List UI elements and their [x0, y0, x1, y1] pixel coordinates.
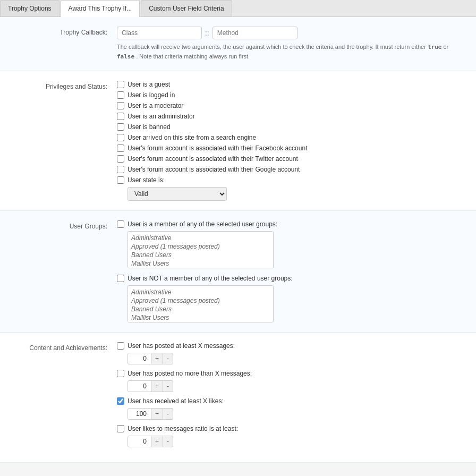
privileges-section: Privileges and Status: User is a guest U… [0, 71, 476, 211]
min-messages-plus-button[interactable]: + [151, 353, 163, 364]
priv-google-row: User's forum account is associated with … [117, 166, 465, 173]
list-item: Maillist Users [130, 313, 271, 322]
min-likes-label: User has received at least X likes: [128, 397, 224, 405]
priv-guest-label: User is a guest [128, 81, 170, 88]
member-group-listbox[interactable]: Administrative Approved (1 messages post… [128, 231, 274, 268]
max-messages-value: 0 [128, 380, 151, 392]
priv-twitter-label: User's forum account is associated with … [128, 155, 298, 163]
tab-bar: Trophy Options Award This Trophy If... C… [0, 0, 476, 17]
list-item: Banned Users [130, 305, 271, 313]
min-likes-value: 100 [128, 408, 151, 420]
max-messages-label: User has posted no more than X messages: [128, 370, 252, 377]
min-likes-checkbox[interactable] [117, 397, 124, 405]
not-member-group-listbox[interactable]: Administrative Approved (1 messages post… [128, 285, 274, 322]
achievements-section: Content and Achievements: User has poste… [0, 333, 476, 463]
likes-ratio-plus-button[interactable]: + [151, 436, 163, 447]
priv-facebook-row: User's forum account is associated with … [117, 144, 465, 152]
min-likes-spinner: 100 + - [128, 408, 465, 420]
priv-banned-row: User is banned [117, 123, 465, 131]
state-select-wrapper: ValidPending Email ConfirmationPending A… [128, 187, 465, 201]
priv-state-row: User state is: [117, 176, 465, 184]
min-messages-checkbox[interactable] [117, 342, 124, 350]
main-content: Trophy Callback: :: The callback will re… [0, 17, 476, 463]
priv-guest-row: User is a guest [117, 81, 465, 88]
list-item: Administrative [130, 288, 271, 296]
min-messages-minus-button[interactable]: - [163, 353, 173, 364]
privileges-label: Privileges and Status: [11, 81, 117, 90]
list-item: Banned Users [130, 251, 271, 259]
likes-ratio-value: 0 [128, 436, 151, 447]
callback-method-input[interactable] [212, 27, 298, 39]
achievements-content: User has posted at least X messages: 0 +… [117, 342, 465, 453]
priv-banned-label: User is banned [128, 123, 171, 131]
min-likes-row: User has received at least X likes: [117, 397, 465, 405]
priv-search-label: User arrived on this site from a search … [128, 134, 256, 141]
priv-loggedin-row: User is logged in [117, 91, 465, 99]
priv-admin-label: User is an administrator [128, 113, 195, 120]
user-groups-label: User Groups: [11, 220, 117, 230]
user-groups-section: User Groups: User is a member of any of … [0, 211, 476, 333]
member-group-row: User is a member of any of the selected … [117, 220, 465, 228]
priv-moderator-checkbox[interactable] [117, 102, 124, 109]
priv-admin-row: User is an administrator [117, 113, 465, 120]
callback-note: The callback will receive two arguments,… [117, 42, 465, 61]
priv-moderator-label: User is a moderator [128, 102, 183, 109]
max-messages-minus-button[interactable]: - [163, 380, 173, 392]
member-group-checkbox[interactable] [117, 220, 124, 228]
min-likes-plus-button[interactable]: + [151, 408, 163, 420]
min-messages-value: 0 [128, 353, 151, 364]
priv-twitter-row: User's forum account is associated with … [117, 155, 465, 163]
min-likes-minus-button[interactable]: - [163, 408, 173, 420]
min-messages-label: User has posted at least X messages: [128, 342, 235, 350]
list-item: Administrative [130, 234, 271, 242]
priv-guest-checkbox[interactable] [117, 81, 124, 88]
likes-ratio-label: User likes to messages ratio is at least… [128, 425, 238, 432]
list-item: Approved (1 messages posted) [130, 242, 271, 251]
priv-state-label: User state is: [128, 176, 165, 184]
priv-admin-checkbox[interactable] [117, 113, 124, 120]
priv-loggedin-label: User is logged in [128, 91, 175, 99]
member-group-label: User is a member of any of the selected … [128, 220, 277, 228]
priv-facebook-checkbox[interactable] [117, 144, 124, 152]
trophy-callback-section: Trophy Callback: :: The callback will re… [0, 17, 476, 71]
user-groups-content: User is a member of any of the selected … [117, 220, 465, 322]
list-item: Approved (1 messages posted) [130, 296, 271, 305]
priv-moderator-row: User is a moderator [117, 102, 465, 109]
not-member-group-checkbox[interactable] [117, 275, 124, 282]
priv-twitter-checkbox[interactable] [117, 155, 124, 163]
tab-custom-user-field[interactable]: Custom User Field Criteria [141, 0, 232, 16]
callback-inputs-row: :: [117, 27, 465, 39]
likes-ratio-minus-button[interactable]: - [163, 436, 173, 447]
callback-separator: :: [205, 29, 209, 37]
tab-award-trophy[interactable]: Award This Trophy If... [61, 0, 140, 17]
max-messages-plus-button[interactable]: + [151, 380, 163, 392]
not-member-group-label: User is NOT a member of any of the selec… [128, 275, 293, 282]
likes-ratio-row: User likes to messages ratio is at least… [117, 425, 465, 432]
min-messages-row: User has posted at least X messages: [117, 342, 465, 350]
priv-google-label: User's forum account is associated with … [128, 166, 300, 173]
tab-trophy-options[interactable]: Trophy Options [0, 0, 60, 16]
trophy-callback-content: :: The callback will receive two argumen… [117, 27, 465, 61]
priv-search-checkbox[interactable] [117, 134, 124, 141]
max-messages-checkbox[interactable] [117, 370, 124, 377]
priv-google-checkbox[interactable] [117, 166, 124, 173]
state-select[interactable]: ValidPending Email ConfirmationPending A… [128, 187, 227, 201]
callback-class-input[interactable] [117, 27, 202, 39]
privileges-content: User is a guest User is logged in User i… [117, 81, 465, 201]
priv-state-checkbox[interactable] [117, 176, 124, 184]
likes-ratio-spinner: 0 + - [128, 436, 465, 447]
list-item: Maillist Users [130, 259, 271, 268]
priv-facebook-label: User's forum account is associated with … [128, 144, 307, 152]
priv-loggedin-checkbox[interactable] [117, 91, 124, 99]
priv-search-row: User arrived on this site from a search … [117, 134, 465, 141]
priv-banned-checkbox[interactable] [117, 123, 124, 131]
min-messages-spinner: 0 + - [128, 353, 465, 364]
max-messages-spinner: 0 + - [128, 380, 465, 392]
trophy-callback-label: Trophy Callback: [11, 27, 117, 36]
max-messages-row: User has posted no more than X messages: [117, 370, 465, 377]
not-member-group-row: User is NOT a member of any of the selec… [117, 275, 465, 282]
achievements-label: Content and Achievements: [11, 342, 117, 352]
likes-ratio-checkbox[interactable] [117, 425, 124, 432]
